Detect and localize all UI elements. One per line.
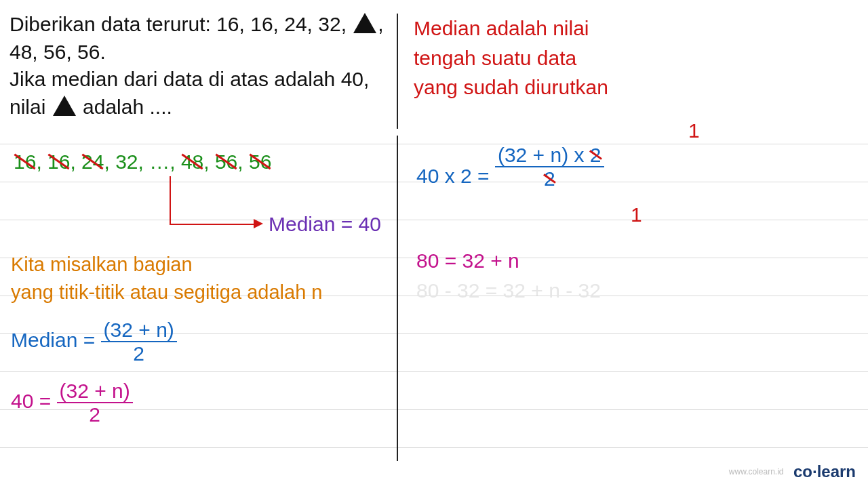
equation-substituted: 40 = (32 + n)2	[11, 380, 133, 426]
arrow-median-h	[170, 224, 254, 225]
cancel-one-top: 1	[688, 119, 700, 142]
median-value-label: Median = 40	[269, 213, 381, 236]
assumption-text: Kita misalkan bagian yang titik-titik at…	[11, 251, 322, 306]
rule-line	[0, 371, 868, 372]
divider	[397, 136, 398, 461]
sorted-data-list: 16, 16, 24, 32, …, 48, 56, 56	[14, 150, 271, 174]
problem-text: Diberikan data terurut: 16, 16, 24, 32, …	[9, 11, 389, 121]
equation-next-faded: 80 - 32 = 32 + n - 32	[416, 279, 601, 302]
equation-cross-multiply: 40 x 2 = (32 + n) x 2 2	[416, 144, 604, 190]
triangle-icon	[53, 96, 76, 116]
equation-median-formula: Median = (32 + n)2	[11, 319, 177, 365]
rule-line	[0, 447, 868, 448]
brand-url: www.colearn.id	[729, 467, 784, 476]
brand-footer: www.colearn.id co·learn	[729, 462, 856, 481]
note-median-definition: Median adalah nilai tengah suatu data ya…	[414, 14, 608, 102]
divider-top	[397, 14, 398, 129]
cancel-one-bottom: 1	[631, 203, 642, 226]
triangle-icon	[353, 13, 376, 33]
equation-simplified: 80 = 32 + n	[416, 249, 519, 272]
brand-logo: co·learn	[793, 462, 856, 481]
arrow-head-icon	[254, 219, 263, 228]
rule-line	[0, 220, 868, 220]
arrow-median-v	[170, 176, 171, 224]
